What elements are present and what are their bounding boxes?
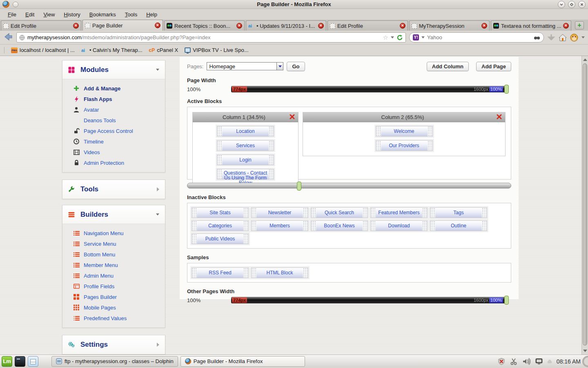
toolbar-overflow-icon[interactable] [581,36,585,38]
drag-handle[interactable] [217,169,222,179]
security-shield-icon[interactable] [498,358,505,365]
drag-handle[interactable] [482,208,487,218]
sidebar-item-videos[interactable]: Videos [62,147,165,157]
tab-close-icon[interactable]: × [318,23,324,29]
block-welcome[interactable]: Welcome [376,126,433,137]
drag-handle[interactable] [363,221,368,231]
sidebar-item-predefined-values[interactable]: Predefined Values [62,313,165,323]
drag-handle[interactable] [192,208,197,218]
task-firefox-page-builder[interactable]: Page Builder - Mozilla Firefox [180,356,305,367]
settings-header[interactable]: Settings [62,335,165,354]
search-input[interactable] [427,34,531,40]
builders-header[interactable]: Builders [62,205,165,224]
block-members[interactable]: Members [251,220,308,231]
tools-header[interactable]: Tools [62,180,165,199]
drag-handle[interactable] [371,208,376,218]
volume-icon[interactable] [522,358,530,365]
drag-handle[interactable] [252,208,256,218]
drag-handle[interactable] [269,141,274,150]
bookmark-localhost[interactable]: PMA localhost / localhost | ... [11,47,75,53]
slider-handle[interactable] [504,85,509,94]
menu-file[interactable]: File [4,10,20,19]
scroll-up-icon[interactable] [583,58,587,61]
notification-tray-toggle-icon[interactable] [548,360,552,363]
column-width-handle[interactable] [297,182,301,191]
block-featured-members[interactable]: Featured Members [370,207,428,218]
menu-bookmarks[interactable]: Bookmarks [86,10,120,19]
block-login[interactable]: Login [217,155,274,165]
tab-close-icon[interactable]: × [155,22,160,28]
tab-edit-profile-2[interactable]: Edit Profile × [327,20,408,31]
new-tab-button[interactable]: + [575,21,584,29]
menu-view[interactable]: View [40,10,58,19]
tab-recent-topics[interactable]: Recent Topics :: Boon... × [164,20,245,31]
url-dropdown-icon[interactable] [391,36,394,38]
menu-edit[interactable]: Edit [22,10,38,19]
add-page-button[interactable]: Add Page [476,62,511,71]
drag-handle[interactable] [371,221,376,231]
drag-handle[interactable] [192,234,197,244]
drag-handle[interactable] [363,208,368,218]
delete-column-icon[interactable] [290,114,295,121]
sidebar-item-navigation-menu[interactable]: Navigation Menu [62,228,165,238]
sidebar-item-bottom-menu[interactable]: Bottom Menu [62,249,165,260]
drag-handle[interactable] [243,234,248,244]
tab-close-icon[interactable]: × [236,23,242,29]
menu-tools[interactable]: Tools [121,10,141,19]
drag-handle[interactable] [430,221,435,231]
sidebar-item-add-manage[interactable]: Add & Manage [62,83,165,94]
sidebar-item-admin-protection[interactable]: Admin Protection [62,157,165,168]
sidebar-item-deanos-tools[interactable]: Deanos Tools [62,115,165,126]
tab-close-icon[interactable]: × [563,23,569,29]
drag-handle[interactable] [269,155,274,165]
close-button[interactable] [578,1,586,8]
bookmark-calvins[interactable]: ai • Calvin's My Therap... [81,47,143,53]
block-our-providers[interactable]: Our Providers [376,140,433,151]
drag-handle[interactable] [422,221,427,231]
delete-column-icon[interactable] [497,114,502,121]
block-site-stats[interactable]: Site Stats [192,207,249,218]
modules-header[interactable]: Modules [62,61,165,79]
binoculars-icon[interactable] [534,35,540,40]
tab-close-icon[interactable]: × [481,23,487,29]
drag-handle[interactable] [428,126,432,136]
clipboard-scissors-icon[interactable] [510,358,517,365]
block-rss-feed[interactable]: RSS Feed [192,267,249,278]
tab-textarea[interactable]: Textarea not formatting ... × [491,20,571,31]
block-questions-contact-us[interactable]: Questions - Contact Us Using The Form Be… [217,169,274,180]
go-button[interactable]: Go [287,62,305,71]
drag-handle[interactable] [243,221,248,231]
block-public-videos[interactable]: Public Videos [192,233,249,244]
sidebar-item-member-menu[interactable]: Member Menu [62,260,165,270]
drag-handle[interactable] [252,221,256,231]
drag-handle[interactable] [252,268,256,278]
maximize-button[interactable] [568,1,575,8]
minimize-button[interactable] [558,1,565,8]
scrollbar-thumb[interactable] [583,63,587,346]
drag-handle[interactable] [192,268,197,278]
drag-handle[interactable] [303,208,308,218]
column-1-header[interactable]: Column 1 (34.5%) [193,112,298,122]
drag-handle[interactable] [482,221,487,231]
select-arrow-icon[interactable] [276,63,283,70]
drag-handle[interactable] [243,268,248,278]
reload-icon[interactable] [396,34,403,41]
drag-handle[interactable] [217,141,222,150]
drag-handle[interactable] [303,268,308,278]
drag-handle[interactable] [269,126,274,136]
bookmark-vipbox[interactable]: VIPBox TV - Live Spo... [185,47,248,53]
sidebar-item-service-menu[interactable]: Service Menu [62,238,165,249]
drag-handle[interactable] [428,141,432,150]
sidebar-item-avatar[interactable]: Avatar [62,104,165,115]
drag-handle[interactable] [430,208,435,218]
drag-handle[interactable] [217,155,222,165]
tab-close-icon[interactable]: × [73,23,79,29]
display-network-icon[interactable] [535,358,543,365]
drag-handle[interactable] [311,208,316,218]
tab-close-icon[interactable]: × [400,23,405,29]
block-html-block[interactable]: HTML Block [251,267,308,278]
drag-handle[interactable] [311,221,316,231]
file-manager-launcher-icon[interactable] [28,356,38,367]
pages-select[interactable]: Homepage [207,62,283,70]
tab-mytherapysession[interactable]: MyTherapySession × [409,20,490,31]
